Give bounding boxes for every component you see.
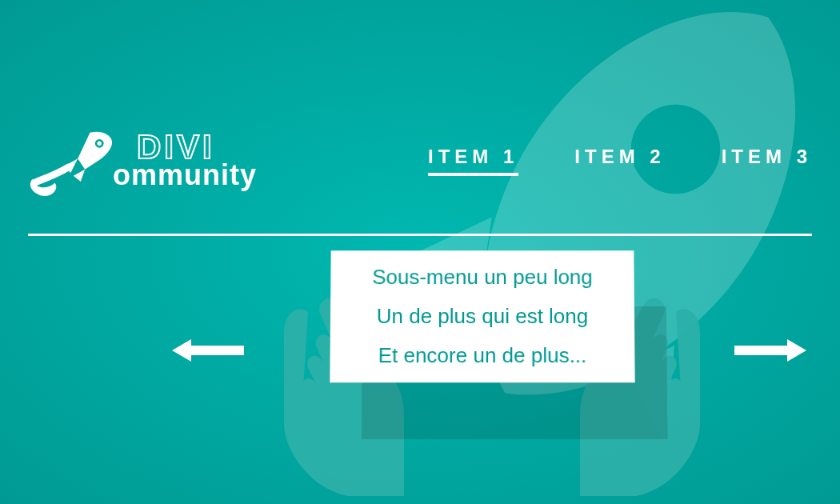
submenu-item-1[interactable]: Sous-menu un peu long — [353, 265, 612, 290]
submenu-dropdown: Sous-menu un peu long Un de plus qui est… — [330, 250, 634, 382]
nav-item-1[interactable]: ITEM 1 — [428, 146, 518, 174]
logo: DIVI ommunity — [28, 124, 257, 196]
header-divider — [28, 234, 812, 236]
svg-point-2 — [98, 142, 102, 146]
arrow-right-icon — [734, 320, 806, 372]
site-header: DIVI ommunity ITEM 1 ITEM 2 ITEM 3 — [28, 124, 812, 196]
logo-text: DIVI ommunity — [113, 130, 257, 190]
rocket-icon — [28, 124, 116, 196]
logo-subtitle: ommunity — [113, 161, 257, 190]
nav-item-2[interactable]: ITEM 2 — [574, 146, 665, 174]
main-nav: ITEM 1 ITEM 2 ITEM 3 — [428, 146, 812, 174]
submenu-item-3[interactable]: Et encore un de plus... — [353, 343, 613, 368]
arrow-left-icon — [172, 320, 244, 372]
nav-item-3[interactable]: ITEM 3 — [722, 146, 812, 174]
submenu-item-2[interactable]: Un de plus qui est long — [353, 304, 612, 329]
